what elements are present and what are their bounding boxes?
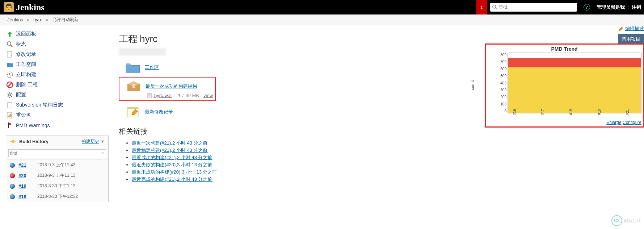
build-history-find-input[interactable]	[8, 149, 106, 157]
sidebar-task-label[interactable]: 重命名	[16, 112, 31, 118]
trend-enlarge-link[interactable]: Enlarge	[606, 120, 621, 125]
build-number-link[interactable]: #21	[18, 162, 31, 168]
blurred-description	[119, 48, 166, 55]
related-link[interactable]: 最近一次构建(#21),2 小时 43 分之前	[132, 140, 208, 146]
sidebar-task-build-now[interactable]: 立即构建	[6, 70, 109, 80]
sidebar-task-status[interactable]: 状态	[6, 39, 109, 49]
sidebar-task-rename[interactable]: 重命名	[6, 110, 109, 120]
sidebar-task-label[interactable]: 配置	[16, 92, 26, 98]
sidebar-task-label[interactable]: 状态	[16, 41, 26, 47]
arrow-up-icon	[6, 30, 14, 38]
related-link[interactable]: 最近完成的构建(#21),2 小时 43 分之前	[132, 176, 212, 182]
build-row[interactable]: #182018-8-30 下午12:32	[6, 191, 108, 202]
sidebar-task-label[interactable]: 修改记录	[16, 51, 36, 58]
related-link-item: 最近未成功的构建(#20),3 小时 13 分之前	[132, 169, 637, 175]
last-successful-artifact-link[interactable]: 最后一次成功的构建结果	[146, 83, 197, 89]
breadcrumb-item[interactable]: Jenkins	[7, 17, 23, 22]
magnifier-icon	[6, 40, 14, 48]
jenkins-logo-icon: 👨	[4, 2, 14, 12]
gear-icon	[6, 91, 14, 99]
clock-run-icon	[6, 71, 14, 79]
sidebar-task-label[interactable]: 返回面板	[16, 31, 36, 37]
build-row[interactable]: #192018-8-30 下午1:13	[6, 181, 108, 191]
doc-edit-icon	[6, 50, 14, 58]
pmd-flag-icon	[6, 121, 14, 129]
recent-changes-link[interactable]: 最新修改记录	[145, 109, 173, 115]
search-box[interactable]	[490, 3, 577, 12]
build-row[interactable]: #202018-9-3 上午11:13	[6, 170, 108, 181]
artifact-highlight-box: 最后一次成功的构建结果 hyrc.war 267.69 MB view	[119, 77, 216, 101]
sidebar-task-label[interactable]: 立即构建	[16, 71, 36, 78]
build-status-orb	[10, 184, 15, 189]
top-header: 👨 Jenkins 1 ? 管理员就是我 | 注销	[0, 0, 644, 14]
sidebar-task-back[interactable]: 返回面板	[6, 29, 109, 39]
chevron-right-icon: ▶	[46, 18, 49, 22]
workspace-link[interactable]: 工作区	[145, 64, 159, 71]
edit-description-link[interactable]: 编辑描述	[619, 25, 644, 32]
svg-line-16	[11, 93, 12, 93]
auto-refresh-link[interactable]: 允许自动刷新	[52, 17, 79, 23]
build-history-title: Build History	[19, 139, 82, 144]
trend-y-axis-label: count	[470, 80, 475, 90]
related-link[interactable]: 最近稳定构建(#21),2 小时 43 分之前	[132, 147, 208, 153]
svg-line-3	[10, 45, 12, 47]
sidebar-task-svn-poll[interactable]: Subversion 轮询日志	[6, 100, 109, 110]
sidebar-task-workspace[interactable]: 工作空间	[6, 59, 109, 70]
related-link[interactable]: 最近未成功的构建(#20),3 小时 13 分之前	[132, 169, 217, 175]
search-input[interactable]	[499, 5, 575, 10]
trend-configure-link[interactable]: Configure	[623, 120, 641, 125]
build-timestamp: 2018-8-30 下午12:32	[37, 193, 78, 200]
sidebar-task-changes[interactable]: 修改记录	[6, 49, 109, 59]
build-status-orb	[10, 163, 15, 168]
svg-line-15	[8, 96, 8, 97]
related-link[interactable]: 最近成功的构建(#21),2 小时 43 分之前	[132, 155, 212, 160]
disable-project-button[interactable]: 禁用项目	[618, 34, 644, 44]
folder-icon	[125, 61, 140, 74]
pmd-trend-panel: PMD Trend count 010020030040050060070080…	[485, 43, 644, 128]
related-link[interactable]: 最近失败的构建(#20),3 小时 13 分之前	[132, 162, 212, 167]
package-icon	[126, 80, 141, 93]
build-row[interactable]: #212018-9-3 上午11:43	[6, 160, 108, 170]
brand-label[interactable]: Jenkins	[16, 3, 45, 12]
sidebar-task-pmd[interactable]: PMD Warnings	[6, 120, 109, 130]
build-number-link[interactable]: #20	[18, 173, 31, 178]
related-link-item: 最近完成的构建(#21),2 小时 43 分之前	[132, 176, 637, 183]
build-timestamp: 2018-9-3 上午11:13	[37, 172, 75, 179]
pencil-icon	[619, 26, 624, 31]
artifact-file-link[interactable]: hyrc.war	[154, 93, 172, 98]
clipboard-icon	[6, 101, 14, 109]
svg-point-8	[9, 94, 11, 96]
svg-rect-18	[9, 102, 11, 103]
logout-link[interactable]: 注销	[632, 4, 641, 11]
no-icon	[6, 81, 14, 89]
sidebar-task-label[interactable]: 删除 工程	[16, 82, 38, 88]
build-number-link[interactable]: #18	[18, 194, 31, 199]
build-history-link[interactable]: 构建历史	[82, 138, 99, 145]
sidebar-task-label[interactable]: Subversion 轮询日志	[16, 102, 63, 108]
sidebar-task-delete[interactable]: 删除 工程	[6, 80, 109, 90]
admin-link[interactable]: 管理员就是我	[597, 4, 625, 11]
trend-title: PMD Trend	[487, 46, 641, 52]
folder-icon	[6, 61, 14, 68]
build-history-panel: Build History 构建历史 ▼ × #212018-9-3 上午11:…	[6, 136, 109, 202]
build-status-orb	[10, 194, 15, 199]
svg-line-7	[8, 83, 12, 87]
related-links-list: 最近一次构建(#21),2 小时 43 分之前最近稳定构建(#21),2 小时 …	[132, 140, 637, 183]
svg-point-21	[12, 140, 15, 143]
related-link-item: 最近成功的构建(#21),2 小时 43 分之前	[132, 154, 637, 161]
sidebar-task-configure[interactable]: 配置	[6, 90, 109, 100]
rename-icon	[6, 111, 14, 119]
svg-line-13	[8, 93, 8, 93]
help-icon[interactable]: ?	[584, 4, 590, 11]
sun-icon	[10, 138, 16, 145]
related-link-item: 最近失败的构建(#20),3 小时 13 分之前	[132, 162, 637, 168]
clear-icon[interactable]: ×	[101, 150, 104, 156]
artifact-view-link[interactable]: view	[203, 93, 213, 98]
notepad-icon	[125, 105, 140, 118]
sidebar-task-label[interactable]: 工作空间	[16, 61, 36, 68]
build-number-link[interactable]: #19	[18, 183, 31, 189]
notification-badge[interactable]: 1	[476, 0, 487, 14]
sidebar-task-label[interactable]: PMD Warnings	[16, 122, 50, 128]
pmd-trend-chart[interactable]: 0100200300400500600700800	[508, 53, 641, 113]
breadcrumb-item[interactable]: hyrc	[33, 17, 42, 22]
